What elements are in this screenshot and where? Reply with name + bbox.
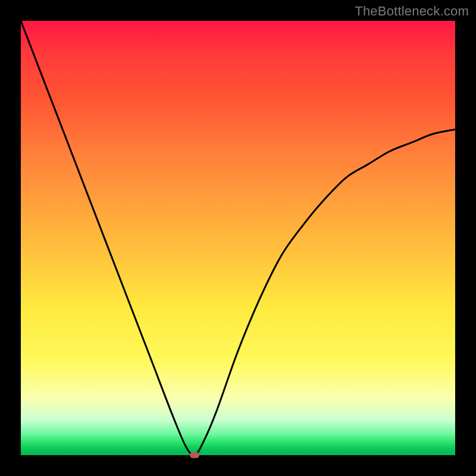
curve-svg [21,21,455,455]
optimal-point-marker [190,452,199,458]
bottleneck-curve-path [21,21,455,455]
plot-area [21,21,455,455]
watermark-text: TheBottleneck.com [355,4,469,19]
chart-frame: TheBottleneck.com [0,0,476,476]
